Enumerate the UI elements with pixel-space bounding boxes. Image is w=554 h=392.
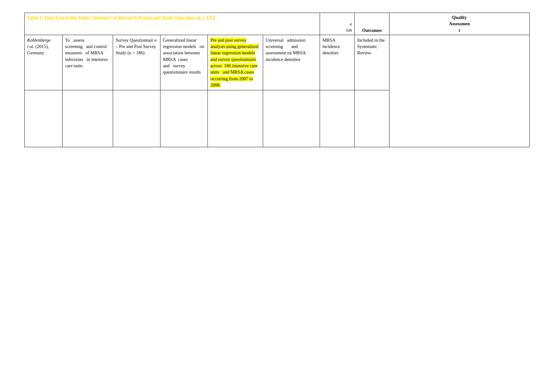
objective-text: To assess screening and control measures… <box>65 38 108 68</box>
outcomes-header: Outcomes <box>355 13 389 35</box>
quality-label3: t <box>392 27 527 33</box>
author-tal: t al. <box>27 44 34 49</box>
cell-admission: Universal admission screening and assess… <box>263 35 320 90</box>
table-title: Table 1: Data Extraction Table: Summary … <box>27 15 216 20</box>
cell-author: Kohlenberge t al. (2015), Germany <box>25 35 63 90</box>
outcomes-label: Outcomes <box>357 27 387 33</box>
empty-col-4 <box>160 90 208 147</box>
page-container: Table 1: Data Extraction Table: Summary … <box>24 13 530 147</box>
data-extraction-table: Table 1: Data Extraction Table: Summary … <box>24 13 530 147</box>
cell-analysis: Generalized linear regression models on … <box>160 35 208 90</box>
author-year: (2015), <box>35 44 49 49</box>
empty-col-3 <box>113 90 160 147</box>
empty-row-1 <box>25 90 530 147</box>
partial-ion: ion <box>322 27 352 33</box>
quality-label: Quality <box>392 14 527 21</box>
admission-text: Universal admission screening and assess… <box>266 38 306 62</box>
empty-col-6 <box>263 90 320 147</box>
partial-header-right: e ion <box>320 13 355 35</box>
cell-results: Pre and post survey analysis using gener… <box>208 35 263 90</box>
data-row-1: Kohlenberge t al. (2015), Germany To ass… <box>25 35 530 90</box>
author-country: Germany <box>27 50 44 55</box>
cell-objective: To assess screening and control measures… <box>63 35 113 90</box>
partial-e: e <box>322 21 352 27</box>
cell-quality: Included in the Systematic Review <box>355 35 389 90</box>
design-text: Survey Questionnair e – Pre and Post Sur… <box>116 38 157 56</box>
empty-col-8 <box>355 90 389 147</box>
results-highlight: Pre and post survey analysis using gener… <box>210 38 258 87</box>
title-row: Table 1: Data Extraction Table: Summary … <box>25 13 530 35</box>
outcomes-text: MRSA incidence densities <box>322 38 340 56</box>
cell-design: Survey Questionnair e – Pre and Post Sur… <box>113 35 160 90</box>
empty-col-5 <box>208 90 263 147</box>
quality-text: Included in the Systematic Review <box>357 38 385 56</box>
analysis-text: Generalized linear regression models on … <box>163 38 204 75</box>
table-title-cell: Table 1: Data Extraction Table: Summary … <box>25 13 320 35</box>
cell-outcomes: MRSA incidence densities <box>320 35 355 90</box>
author-name: Kohlenberge <box>27 38 51 43</box>
quality-label2: Assessmen <box>392 21 527 27</box>
empty-col-1 <box>25 90 63 147</box>
quality-header: Quality Assessmen t <box>389 13 530 35</box>
empty-col-2 <box>63 90 113 147</box>
empty-col-7 <box>320 90 355 147</box>
